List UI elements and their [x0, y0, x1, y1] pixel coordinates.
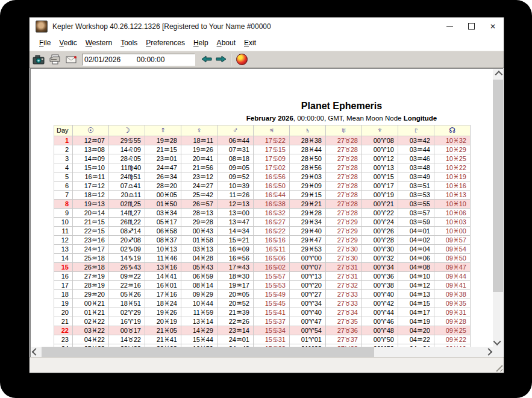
position-cell: 00♈12	[362, 154, 398, 163]
menu-item-preferences[interactable]: Preferences	[142, 37, 189, 49]
position-cell: 04♒02	[398, 236, 434, 245]
position-cell: 07♒31	[217, 145, 254, 154]
table-row: 1627♒1909♒2214♓4106♓5918♒3015♋5700♈1327♉…	[54, 272, 471, 281]
scroll-down-button[interactable]	[493, 336, 503, 347]
scroll-up-button[interactable]	[493, 69, 503, 80]
camera-icon[interactable]	[31, 54, 46, 66]
day-cell: 8	[54, 200, 73, 209]
scroll-left-button[interactable]	[31, 347, 42, 357]
saturn-icon: ♄	[290, 125, 326, 136]
jupiter-icon: ♃	[254, 125, 290, 136]
position-cell: 00♈00	[290, 254, 326, 263]
position-cell: 05♓26	[109, 290, 145, 299]
position-cell: 03♓13	[181, 245, 217, 254]
position-cell: 14♉22	[109, 335, 145, 344]
position-cell: 29♓40	[290, 227, 326, 236]
position-cell: 05♓17	[145, 218, 181, 227]
position-cell: 16♋02	[254, 263, 290, 272]
venus-icon: ♀	[181, 125, 217, 136]
position-cell: 27♉28	[326, 191, 362, 200]
position-cell: 02♏25	[109, 200, 145, 209]
day-cell: 17	[54, 281, 73, 290]
resize-grip-icon[interactable]	[494, 363, 502, 371]
table-row: 2304♓2214♉2221♓4115♓4424♒0115♋3101♈0127♉…	[54, 335, 471, 344]
position-cell: 09♓50	[434, 254, 471, 263]
position-cell: 00♈13	[290, 272, 326, 281]
close-button[interactable]: ✕	[482, 17, 504, 35]
position-cell: 16♋56	[254, 172, 290, 182]
position-cell: 16♋27	[254, 218, 290, 227]
day-cell: 18	[54, 290, 73, 299]
position-cell: 27♉28	[326, 209, 362, 218]
position-cell: 28♓44	[290, 145, 326, 154]
position-cell: 00♈46	[362, 317, 398, 326]
position-cell: 17♋22	[254, 136, 290, 145]
position-cell: 12♒07	[73, 136, 109, 145]
position-cell: 29♓15	[290, 191, 326, 200]
vertical-scroll-thumb[interactable]	[493, 80, 503, 292]
position-cell: 00♈42	[362, 299, 398, 308]
position-cell: 00♈36	[362, 272, 398, 281]
position-cell: 00♈22	[362, 209, 398, 218]
position-cell: 28♓50	[290, 154, 326, 163]
position-cell: 21♒39	[217, 308, 254, 317]
position-cell: 14♓29	[181, 326, 217, 335]
menu-item-about[interactable]: About	[213, 37, 240, 49]
position-cell: 10♓16	[434, 182, 471, 191]
table-row: 617♒1207♎4128♒2024♒2710♒3916♋5029♓0927♉2…	[54, 182, 471, 191]
position-cell: 27♉34	[326, 308, 362, 317]
minimize-button[interactable]	[439, 17, 460, 35]
position-cell: 04♒06	[398, 254, 434, 263]
position-cell: 27♉36	[326, 326, 362, 335]
position-cell: 29♓47	[290, 236, 326, 245]
position-cell: 10♓44	[181, 299, 217, 308]
position-cell: 05♓43	[181, 263, 217, 272]
scrollbar-corner	[493, 347, 503, 357]
position-cell: 15♒21	[217, 236, 254, 245]
maximize-icon	[468, 23, 475, 30]
mercury-icon: ☿	[145, 125, 181, 136]
day-cell: 15	[54, 263, 73, 272]
forward-arrow-icon[interactable]	[216, 54, 227, 65]
back-arrow-icon[interactable]	[201, 54, 212, 65]
title-bar[interactable]: Kepler Workshop 40.26.122.1326 [Register…	[30, 17, 504, 35]
position-cell: 27♉29	[326, 227, 362, 236]
position-cell: 28♌05	[109, 154, 145, 163]
scroll-right-button[interactable]	[483, 347, 493, 357]
position-cell: 08♐14	[109, 227, 145, 236]
horizontal-scrollbar[interactable]	[31, 347, 493, 357]
email-icon[interactable]	[64, 54, 78, 66]
position-cell: 01♓50	[145, 200, 181, 209]
position-cell: 16♋44	[254, 191, 290, 200]
position-cell: 29♓03	[290, 172, 326, 182]
day-cell: 9	[54, 209, 73, 218]
table-row: 1900♓2118♓5118♓2410♓4420♒5215♋4500♈3427♉…	[54, 299, 471, 308]
print-icon[interactable]	[48, 54, 62, 66]
red-ball-icon[interactable]	[236, 54, 248, 65]
menu-item-vedic[interactable]: Vedic	[55, 37, 81, 49]
vertical-scrollbar[interactable]	[493, 69, 503, 347]
status-bar	[30, 357, 504, 373]
position-cell: 20♒41	[181, 154, 217, 163]
position-cell: 13♒00	[217, 209, 254, 218]
horizontal-scroll-thumb[interactable]	[42, 347, 374, 357]
menu-item-help[interactable]: Help	[189, 37, 213, 49]
menu-item-file[interactable]: File	[35, 37, 55, 49]
position-cell: 27♉29	[326, 236, 362, 245]
datetime-input[interactable]	[82, 54, 195, 66]
position-cell: 06♓59	[181, 272, 217, 281]
position-cell: 27♉28	[326, 182, 362, 191]
menu-item-tools[interactable]: Tools	[116, 37, 142, 49]
toolbar-separator	[231, 54, 232, 66]
position-cell: 00♓05	[145, 191, 181, 200]
position-cell: 29♓28	[290, 209, 326, 218]
menu-item-exit[interactable]: Exit	[240, 37, 260, 49]
position-cell: 22♒15	[73, 227, 109, 236]
position-cell: 00♈54	[290, 326, 326, 335]
maximize-button[interactable]	[460, 17, 482, 35]
menu-item-western[interactable]: Western	[81, 37, 116, 49]
position-cell: 00♈21	[362, 200, 398, 209]
position-cell: 09♓44	[434, 272, 471, 281]
position-cell: 17♒43	[217, 263, 254, 272]
position-cell: 00♈47	[290, 317, 326, 326]
